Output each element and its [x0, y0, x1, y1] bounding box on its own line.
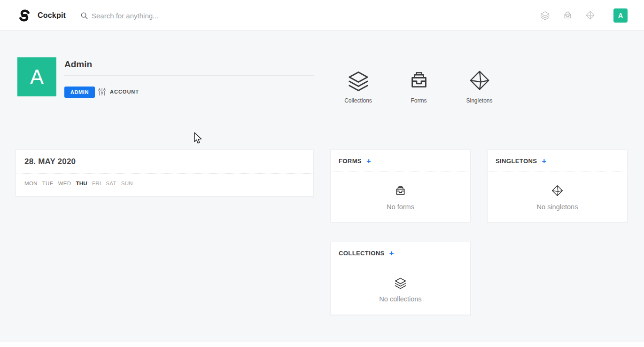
singletons-icon — [468, 69, 491, 92]
singletons-card-header: SINGLETONS + — [488, 150, 627, 172]
current-date: 28. MAY 2020 — [24, 157, 76, 166]
profile-name: Admin — [64, 59, 92, 70]
brand-name[interactable]: Cockpit — [38, 11, 66, 20]
module-shortcuts: Collections Forms Singletons — [334, 69, 503, 104]
shortcut-collections[interactable]: Collections — [334, 69, 382, 104]
mouse-cursor — [193, 132, 202, 145]
forms-icon — [408, 69, 430, 92]
topbar-quick-icons — [540, 10, 595, 20]
account-link[interactable]: ACCOUNT — [98, 87, 139, 96]
weekday-today: THU — [76, 181, 87, 186]
account-label: ACCOUNT — [110, 89, 139, 95]
shortcut-label: Forms — [411, 97, 427, 104]
weekday: MON — [24, 181, 38, 186]
shortcut-label: Singletons — [466, 97, 492, 104]
collections-card: COLLECTIONS + No collections — [330, 242, 471, 315]
global-search — [80, 6, 233, 25]
forms-card: FORMS + No forms — [330, 150, 471, 222]
add-form-button[interactable]: + — [366, 157, 371, 165]
singletons-empty-text: No singletons — [537, 203, 578, 211]
topbar: Cockpit A — [0, 0, 644, 31]
weekday: SAT — [106, 181, 116, 186]
collections-card-header: COLLECTIONS + — [331, 242, 470, 264]
forms-card-title: FORMS — [339, 158, 362, 165]
forms-icon[interactable] — [563, 10, 573, 20]
singletons-card-body: No singletons — [488, 172, 627, 222]
singletons-card-title: SINGLETONS — [496, 158, 537, 165]
admin-role-badge[interactable]: ADMIN — [64, 87, 95, 98]
shortcut-singletons[interactable]: Singletons — [456, 69, 503, 104]
weekday: FRI — [92, 181, 101, 186]
forms-empty-text: No forms — [387, 203, 414, 211]
dashboard: A Admin ADMIN ACCOUNT Collections Forms … — [0, 31, 644, 342]
forms-icon — [394, 184, 407, 197]
collections-card-body: No collections — [331, 264, 470, 315]
add-singleton-button[interactable]: + — [542, 157, 546, 165]
collections-icon — [347, 69, 370, 92]
cockpit-logo-icon[interactable] — [17, 8, 31, 23]
user-avatar[interactable]: A — [613, 8, 628, 23]
collections-icon — [394, 276, 407, 289]
profile-avatar: A — [17, 57, 56, 96]
search-input[interactable] — [92, 12, 233, 20]
weekday: TUE — [42, 181, 54, 186]
singletons-card: SINGLETONS + No singletons — [487, 150, 628, 222]
forms-card-header: FORMS + — [331, 150, 470, 172]
shortcut-forms[interactable]: Forms — [395, 69, 442, 104]
weekday: SUN — [121, 181, 133, 186]
collections-card-title: COLLECTIONS — [339, 250, 385, 257]
collections-icon[interactable] — [540, 10, 550, 20]
search-icon — [80, 12, 88, 20]
collections-empty-text: No collections — [379, 295, 421, 303]
sliders-icon — [98, 87, 106, 96]
weekday: WED — [58, 181, 71, 186]
profile-divider — [64, 75, 314, 76]
weekday-row: MON TUE WED THU FRI SAT SUN — [16, 174, 313, 186]
date-card: 28. MAY 2020 MON TUE WED THU FRI SAT SUN — [16, 150, 314, 197]
add-collection-button[interactable]: + — [389, 249, 394, 257]
singletons-icon — [551, 184, 564, 197]
date-card-header: 28. MAY 2020 — [16, 150, 313, 174]
singletons-icon[interactable] — [585, 10, 595, 20]
forms-card-body: No forms — [331, 172, 470, 222]
shortcut-label: Collections — [344, 97, 372, 104]
